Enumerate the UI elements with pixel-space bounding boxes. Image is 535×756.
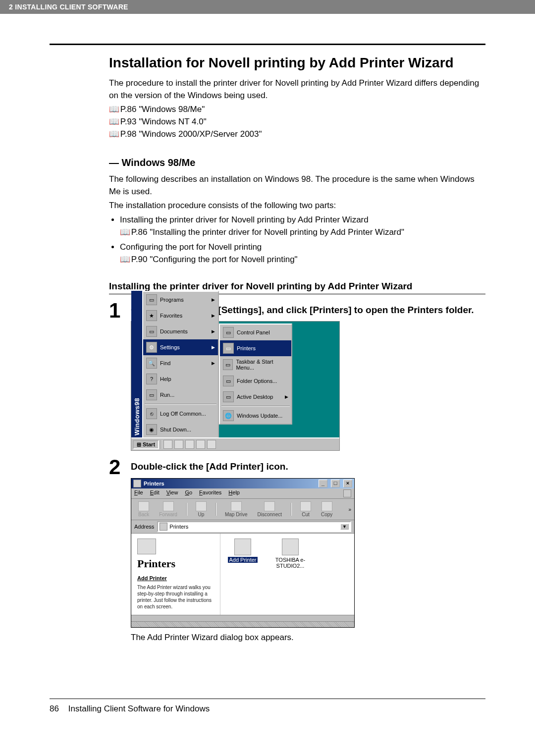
add-printer-icon[interactable]: Add Printer	[225, 539, 260, 563]
up-button[interactable]: Up	[192, 500, 211, 518]
submenu-item-folder-options[interactable]: ▭ Folder Options...	[220, 373, 291, 389]
procedure-title: Installing the printer driver for Novell…	[109, 281, 485, 292]
folder-icon	[160, 523, 167, 531]
find-icon: 🔍	[146, 358, 157, 369]
book-icon: 📖	[109, 116, 118, 128]
quick-launch-icon[interactable]	[174, 440, 183, 449]
window-title: Printers	[144, 481, 315, 486]
chevron-right-icon: ▶	[212, 361, 215, 366]
minimize-button[interactable]: _	[319, 480, 327, 487]
copy-icon	[321, 501, 332, 511]
throbber-icon	[343, 489, 351, 497]
tool-label: Copy	[321, 512, 332, 517]
brand-text: Windows98	[133, 395, 141, 438]
menu-item-find[interactable]: 🔍 Find ▶	[143, 355, 218, 371]
page-number: 86	[50, 704, 59, 713]
maximize-button[interactable]: □	[331, 480, 340, 487]
ref-text: P.86 "Installing the printer driver for …	[131, 227, 404, 237]
folder-options-icon: ▭	[223, 376, 234, 386]
map-drive-button[interactable]: Map Drive	[221, 500, 252, 518]
taskbar: ⊞ Start	[131, 437, 339, 450]
status-bar	[131, 615, 354, 621]
book-icon: 📖	[120, 254, 129, 266]
menu-item-programs[interactable]: ▭ Programs ▶	[143, 292, 218, 308]
quick-launch-icon[interactable]	[163, 440, 172, 449]
menu-item-favorites[interactable]: ★ Favorites ▶	[143, 308, 218, 324]
footer-section: Installing Client Software for Windows	[68, 704, 210, 713]
menu-item-help[interactable]: ? Help	[143, 371, 218, 387]
resize-grip[interactable]	[131, 621, 354, 628]
bullet-text: Installing the printer driver for Novell…	[120, 215, 369, 224]
toolbar-separator	[215, 503, 216, 516]
settings-icon: ⚙	[146, 342, 157, 353]
forward-button[interactable]: Forward	[155, 500, 181, 518]
chevron-right-icon: ▶	[212, 329, 215, 334]
disconnect-button[interactable]: Disconnect	[254, 500, 286, 518]
active-desktop-icon: ▭	[223, 391, 234, 402]
disconnect-icon	[264, 501, 275, 511]
address-dropdown-icon[interactable]: ▼	[340, 524, 349, 530]
menu-favorites[interactable]: Favorites	[199, 489, 221, 497]
ref-text: P.93 "Windows NT 4.0"	[120, 117, 207, 126]
help-icon: ?	[146, 374, 157, 384]
toolbar-separator	[186, 503, 187, 516]
address-field[interactable]: Printers ▼	[157, 521, 351, 532]
address-label: Address	[134, 524, 154, 530]
up-icon	[196, 501, 207, 511]
menu-file[interactable]: File	[134, 489, 143, 497]
cut-button[interactable]: Cut	[296, 500, 315, 518]
menu-edit[interactable]: Edit	[150, 489, 160, 497]
start-label: Start	[143, 441, 155, 447]
menu-view[interactable]: View	[166, 489, 178, 497]
printer-add-icon	[234, 539, 251, 555]
menu-item-documents[interactable]: ▭ Documents ▶	[143, 324, 218, 339]
menu-label: Windows Update...	[237, 413, 282, 419]
menu-bar: File Edit View Go Favorites Help	[131, 488, 354, 499]
tool-label: Forward	[159, 512, 177, 517]
book-icon: 📖	[120, 226, 129, 239]
menu-label: Log Off Common...	[160, 411, 206, 417]
close-button[interactable]: ×	[343, 480, 352, 487]
bullet-text: Configuring the port for Novell printing	[120, 242, 262, 252]
step-1: 1 Click [Start], select [Settings], and …	[109, 301, 485, 451]
submenu-item-control-panel[interactable]: ▭ Control Panel	[220, 324, 291, 340]
taskbar-separator	[161, 440, 161, 449]
chapter-header: 2 INSTALLING CLIENT SOFTWARE	[0, 0, 535, 14]
copy-button[interactable]: Copy	[317, 500, 336, 518]
footer-rule	[50, 699, 485, 699]
taskbar-icon: ▭	[223, 359, 233, 370]
selected-item-desc: The Add Printer wizard walks you step-by…	[137, 584, 214, 610]
menu-go[interactable]: Go	[185, 489, 192, 497]
printers-icon: ▭	[223, 343, 234, 354]
submenu-item-taskbar[interactable]: ▭ Taskbar & Start Menu...	[220, 356, 291, 373]
ref-line: 📖 P.93 "Windows NT 4.0"	[109, 116, 485, 128]
chapter-header-text: 2 INSTALLING CLIENT SOFTWARE	[9, 3, 128, 11]
menu-item-logoff[interactable]: ⎋ Log Off Common...	[143, 406, 218, 422]
file-view: Add Printer TOSHIBA e-STUDIO2...	[220, 534, 354, 615]
windows-logo-icon: ⊞	[137, 441, 141, 448]
menu-item-shutdown[interactable]: ◉ Shut Down...	[143, 422, 218, 437]
toshiba-printer-icon[interactable]: TOSHIBA e-STUDIO2...	[273, 539, 308, 569]
menu-label: Control Panel	[237, 329, 270, 335]
menu-separator	[145, 404, 216, 405]
submenu-item-printers[interactable]: ▭ Printers	[220, 340, 291, 356]
start-menu-screenshot: Windows98 ▭ Programs ▶ ★ Favorites ▶	[131, 321, 340, 451]
toolbar-overflow-icon[interactable]: »	[348, 507, 351, 512]
quick-launch-icon[interactable]	[185, 440, 194, 449]
sub-intro-2: The installation procedure consists of t…	[109, 200, 485, 212]
submenu-item-windows-update[interactable]: 🌐 Windows Update...	[220, 408, 291, 424]
quick-launch-icon[interactable]	[196, 440, 205, 449]
map-drive-icon	[231, 501, 242, 511]
menu-item-run[interactable]: ▭ Run...	[143, 387, 218, 403]
footer: 86 Installing Client Software for Window…	[50, 704, 535, 714]
icon-label: TOSHIBA e-STUDIO2...	[273, 557, 308, 569]
start-button[interactable]: ⊞ Start	[133, 440, 159, 449]
menu-label: Run...	[160, 392, 174, 398]
quick-launch-icon[interactable]	[207, 440, 216, 449]
run-icon: ▭	[146, 389, 157, 400]
menu-help[interactable]: Help	[228, 489, 240, 497]
chevron-right-icon: ▶	[212, 313, 215, 318]
submenu-item-active-desktop[interactable]: ▭ Active Desktop ▶	[220, 389, 291, 405]
menu-item-settings[interactable]: ⚙ Settings ▶	[143, 339, 218, 355]
back-button[interactable]: Back	[134, 500, 153, 518]
